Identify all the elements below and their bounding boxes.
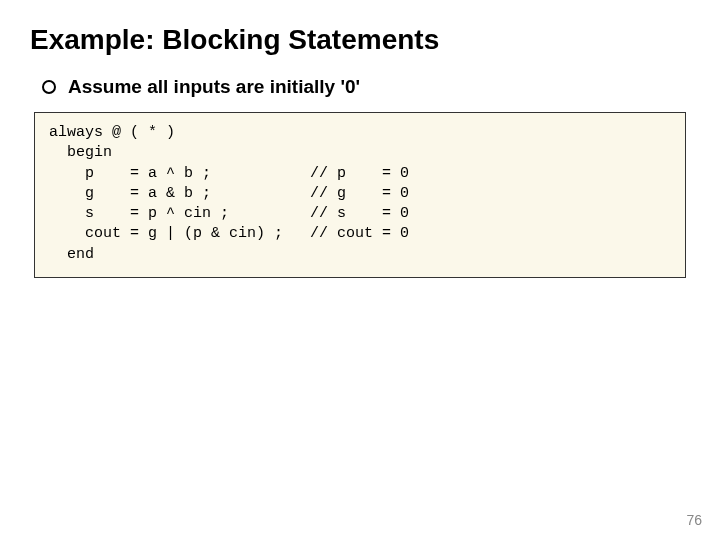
- code-block: always @ ( * ) begin p = a ^ b ; // p = …: [34, 112, 686, 278]
- slide: Example: Blocking Statements Assume all …: [0, 0, 720, 540]
- bullet-item: Assume all inputs are initially '0': [42, 76, 690, 98]
- bullet-text: Assume all inputs are initially '0': [68, 76, 360, 98]
- slide-title: Example: Blocking Statements: [30, 24, 690, 56]
- page-number: 76: [686, 512, 702, 528]
- circle-bullet-icon: [42, 80, 56, 94]
